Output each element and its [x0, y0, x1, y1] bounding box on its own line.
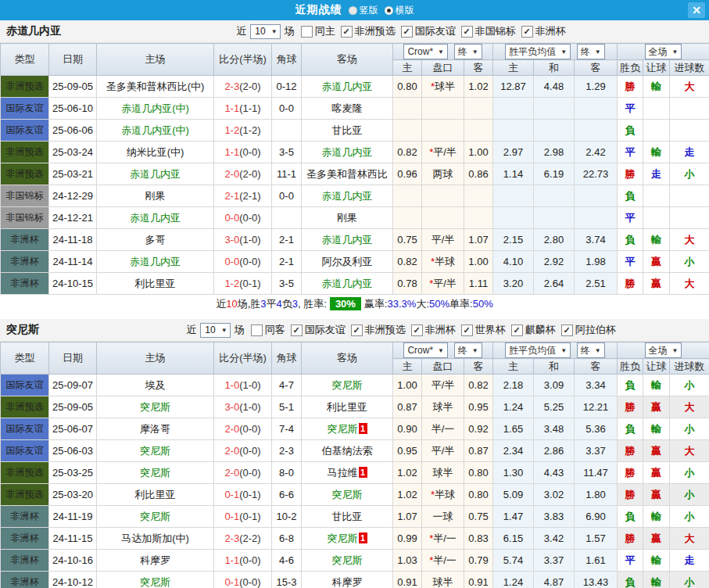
sub-header-odds-away: 客	[464, 359, 493, 375]
competition-filter[interactable]: ✓世界杯	[461, 323, 506, 337]
competition-tag: 非洲预选	[1, 76, 49, 98]
away-team: 突尼斯	[302, 375, 393, 396]
competition-tag: 非国锦标	[1, 185, 49, 207]
odds-final-select[interactable]: 终▼	[454, 342, 482, 358]
result-goals: 小	[670, 418, 709, 440]
competition-tag: 国际友谊	[1, 440, 49, 462]
bookmaker-select[interactable]: Crow*▼	[403, 342, 448, 358]
checkbox-checked-icon: ✓	[341, 26, 353, 38]
home-team: 科摩罗	[97, 550, 214, 572]
match-row: 非洲预选25-03-24纳米比亚(中)1-1(0-0)3-5赤道几内亚0.82*…	[1, 142, 709, 163]
scope-select[interactable]: 全场▼	[645, 44, 682, 59]
competition-filter-label: 阿拉伯杯	[575, 323, 616, 337]
sub-header-odds-line: 盘口	[422, 359, 464, 375]
corner-score: 11-1	[272, 163, 302, 185]
result-goals: 小	[670, 375, 709, 396]
odds-away: 1.11	[464, 273, 493, 295]
odds-home: 0.91	[393, 572, 422, 588]
result-winloss: 負	[618, 506, 643, 528]
away-team: 赤道几内亚	[302, 142, 393, 163]
mean-away: 22.73	[575, 163, 618, 185]
home-team: 刚果	[97, 185, 214, 207]
match-count-select[interactable]: 10▼	[250, 24, 280, 39]
result-goals: 大	[670, 229, 709, 251]
mean-home: 4.10	[493, 251, 534, 273]
col-header-score: 比分(半场)	[214, 342, 272, 375]
match-date: 24-10-16	[49, 550, 97, 572]
mean-group-header: 胜平负均值▼ 终▼	[493, 342, 618, 359]
same-venue-filter[interactable]: 同主	[301, 24, 335, 38]
mean-draw: 3.48	[534, 418, 575, 440]
mean-final-select[interactable]: 终▼	[577, 342, 605, 358]
competition-filter[interactable]: ✓国际友谊	[401, 24, 456, 38]
sub-header-handicap: 让球	[643, 60, 670, 76]
layout-option-vertical[interactable]: 竖版	[349, 4, 378, 17]
result-winloss: 負	[618, 418, 643, 440]
mean-select[interactable]: 胜平负均值▼	[505, 342, 571, 358]
mean-home: 2.15	[493, 229, 534, 251]
odds-line: *球半	[422, 76, 464, 98]
match-date: 25-03-20	[49, 484, 97, 506]
match-row: 国际友谊25-06-10赤道几内亚(中)1-1(1-1)0-0喀麦隆平	[1, 98, 709, 120]
close-icon[interactable]: ✕	[688, 2, 705, 18]
match-date: 24-10-15	[49, 273, 97, 295]
match-date: 25-06-03	[49, 440, 97, 462]
competition-tag: 非洲预选	[1, 163, 49, 185]
odds-away: 0.82	[464, 375, 493, 396]
competition-filter[interactable]: ✓非洲杯	[411, 323, 456, 337]
away-team: 喀麦隆	[302, 98, 393, 120]
mean-home	[493, 98, 534, 120]
mean-final-select[interactable]: 终▼	[577, 44, 605, 59]
competition-filter[interactable]: ✓麒麟杯	[511, 323, 556, 337]
checkbox-checked-icon: ✓	[351, 324, 363, 336]
competition-filter[interactable]: ✓非洲预选	[341, 24, 396, 38]
match-score: 3-0(1-0)	[214, 229, 272, 251]
col-header-away: 客场	[302, 44, 393, 76]
mean-draw: 3.37	[534, 550, 575, 572]
away-team: 赤道几内亚	[302, 229, 393, 251]
match-score: 3-0(1-0)	[214, 396, 272, 418]
summary-part: 33.3%	[388, 298, 417, 310]
odds-away: 0.86	[464, 163, 493, 185]
sub-header-odds-home: 主	[393, 359, 422, 375]
same-venue-filter[interactable]: 同客	[251, 323, 285, 337]
result-goals: 小	[670, 506, 709, 528]
mean-home: 5.74	[493, 550, 534, 572]
competition-filter[interactable]: ✓非洲预选	[351, 323, 406, 337]
mean-away	[575, 98, 618, 120]
mean-home: 2.34	[493, 440, 534, 462]
scope-select[interactable]: 全场▼	[645, 342, 682, 358]
competition-tag: 非洲预选	[1, 484, 49, 506]
mean-away: 13.43	[575, 572, 618, 588]
match-score: 1-2(1-2)	[214, 120, 272, 142]
mean-draw: 4.87	[534, 572, 575, 588]
games-label: 场	[235, 323, 245, 337]
competition-tag: 非洲杯	[1, 506, 49, 528]
col-header-corners: 角球	[272, 342, 302, 375]
corner-score: 2-1	[272, 251, 302, 273]
checkbox-checked-icon: ✓	[401, 26, 413, 38]
competition-filter[interactable]: ✓非国锦标	[461, 24, 516, 38]
odds-line: *半球	[422, 484, 464, 506]
competition-filter[interactable]: ✓阿拉伯杯	[561, 323, 616, 337]
layout-option-horizontal[interactable]: 横版	[385, 4, 414, 17]
mean-away: 2.51	[575, 273, 618, 295]
sub-header-odds-home: 主	[393, 60, 422, 76]
match-row: 非国锦标24-12-21赤道几内亚0-0(0-0)刚果平	[1, 207, 709, 229]
match-count-select[interactable]: 10▼	[200, 323, 230, 338]
mean-select[interactable]: 胜平负均值▼	[505, 44, 571, 59]
home-team: 纳米比亚(中)	[97, 142, 214, 163]
summary-part: 3	[260, 298, 266, 310]
result-goals: 小	[670, 484, 709, 506]
odds-line: 平/半	[422, 440, 464, 462]
odds-final-select[interactable]: 终▼	[454, 44, 482, 59]
bookmaker-select[interactable]: Crow*▼	[403, 44, 448, 59]
odds-line: 平/半	[422, 229, 464, 251]
odds-line: *半球	[422, 251, 464, 273]
early-line-marker: *	[431, 489, 435, 500]
competition-filter[interactable]: ✓非洲杯	[521, 24, 566, 38]
competition-filter[interactable]: ✓国际友谊	[291, 323, 346, 337]
early-line-marker: *	[429, 278, 433, 289]
mean-away: 5.36	[575, 418, 618, 440]
match-score: 0-0(0-0)	[214, 251, 272, 273]
